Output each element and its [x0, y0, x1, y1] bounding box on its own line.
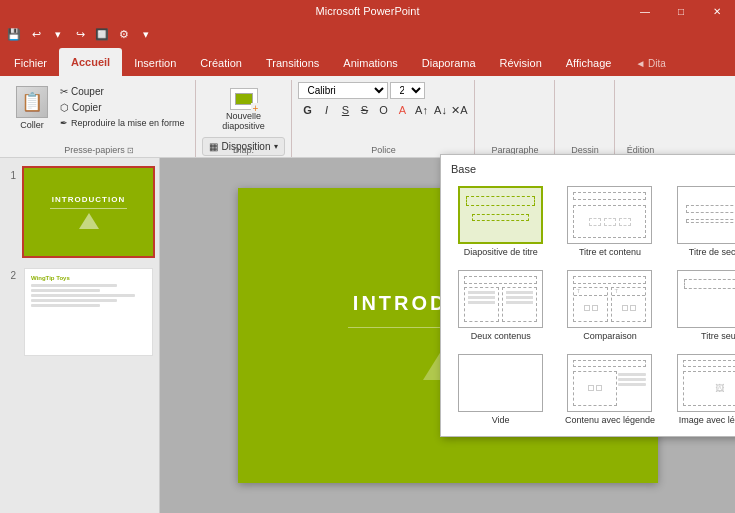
painter-icon: ✒: [60, 118, 68, 128]
redo-button[interactable]: ↪: [70, 24, 90, 44]
undo-button[interactable]: ↩: [26, 24, 46, 44]
tab-transitions[interactable]: Transitions: [254, 50, 331, 76]
header-element: [573, 192, 646, 200]
ribbon-group-edition: Édition: [615, 80, 665, 157]
tab-diaporama[interactable]: Diaporama: [410, 50, 488, 76]
slide2-company: WingTip Toys: [31, 275, 146, 281]
layout-item-titre-contenu[interactable]: Titre et contenu: [558, 183, 661, 261]
minimize-button[interactable]: —: [627, 0, 663, 22]
layout-name-titre-contenu: Titre et contenu: [579, 247, 641, 258]
ribbon-tabs: Fichier Accueil Insertion Création Trans…: [0, 46, 735, 76]
layout-item-image-legende[interactable]: abc 🖼 Image avec légende: [668, 351, 735, 429]
layout-thumb-titre-seul: [677, 270, 735, 328]
layout-thumb-titre-section: [677, 186, 735, 244]
tab-animations[interactable]: Animations: [331, 50, 409, 76]
layout-item-comparaison[interactable]: T T: [558, 267, 661, 345]
qa-dropdown[interactable]: ▾: [136, 24, 156, 44]
font-family-select[interactable]: Calibri: [298, 82, 388, 99]
window-controls: — □ ✕: [627, 0, 735, 22]
slide2-line-4: [31, 299, 117, 302]
subtitle-bar-element: [472, 214, 529, 221]
slide2-line-1: [31, 284, 117, 287]
app-title: Microsoft PowerPoint: [316, 5, 420, 17]
layout-name-titre: Diapositive de titre: [464, 247, 538, 258]
layout-item-titre-section[interactable]: Titre de section: [668, 183, 735, 261]
slide1-title: INTRODUCTION: [52, 195, 125, 204]
tab-fichier[interactable]: Fichier: [2, 50, 59, 76]
cut-button[interactable]: ✂ Couper: [56, 84, 189, 99]
new-slide-icon: [230, 88, 258, 110]
cut-label: Couper: [71, 86, 104, 97]
layout-item-contenu-legende[interactable]: Contenu avec légende: [558, 351, 661, 429]
header-element-2: [464, 276, 537, 284]
layout-item-deux-contenus[interactable]: Deux contenus: [449, 267, 552, 345]
layout-dropdown[interactable]: Base Diapositive de titre: [440, 154, 735, 437]
layout-item-titre-seul[interactable]: Titre seul: [668, 267, 735, 345]
content-element: [573, 205, 646, 238]
app-area: 1 INTRODUCTION 2 WingTip Toys: [0, 158, 735, 513]
paste-icon: 📋: [16, 86, 48, 118]
strikethrough-button[interactable]: S: [355, 101, 373, 119]
layout-thumb-comparaison: T T: [567, 270, 652, 328]
qa-tool2[interactable]: ⚙: [114, 24, 134, 44]
increase-font-button[interactable]: A↑: [412, 101, 430, 119]
diapositive-buttons: Nouvellediapositive ▦ Disposition ▾: [202, 82, 286, 170]
layout-thumb-titre-contenu: [567, 186, 652, 244]
copy-label: Copier: [72, 102, 101, 113]
slide-number-1: 1: [4, 166, 16, 181]
clear-format-button[interactable]: ✕A: [450, 101, 468, 119]
slide2-lines: [31, 284, 146, 307]
font-selectors: Calibri 24: [298, 82, 468, 99]
decrease-font-button[interactable]: A↓: [431, 101, 449, 119]
slide2-line-3: [31, 294, 135, 297]
copy-icon: ⬡: [60, 102, 69, 113]
font-color-button[interactable]: A: [393, 101, 411, 119]
undo-dropdown[interactable]: ▾: [48, 24, 68, 44]
tab-creation[interactable]: Création: [188, 50, 254, 76]
bold-button[interactable]: G: [298, 101, 316, 119]
layout-item-titre[interactable]: Diapositive de titre: [449, 183, 552, 261]
layout-item-vide[interactable]: Vide: [449, 351, 552, 429]
layout-name-image-legende: Image avec légende: [679, 415, 735, 426]
presse-papiers-label: Presse-papiers ⊡: [4, 145, 195, 155]
tab-dita[interactable]: ◄ Dita: [623, 50, 677, 76]
layout-name-vide: Vide: [492, 415, 510, 426]
section-line-element: [686, 219, 735, 223]
underline-button[interactable]: S: [336, 101, 354, 119]
tab-accueil[interactable]: Accueil: [59, 48, 122, 76]
font-format-buttons: G I S S O A A↑ A↓ ✕A: [298, 101, 468, 119]
slide-preview-2[interactable]: WingTip Toys: [22, 266, 155, 358]
maximize-button[interactable]: □: [663, 0, 699, 22]
copy-button[interactable]: ⬡ Copier: [56, 100, 189, 115]
new-slide-label: Nouvellediapositive: [222, 111, 265, 131]
qa-tool1[interactable]: 🔲: [92, 24, 112, 44]
ribbon-group-diapositive: Nouvellediapositive ▦ Disposition ▾ Diap…: [196, 80, 293, 157]
slides-panel: 1 INTRODUCTION 2 WingTip Toys: [0, 158, 160, 513]
ribbon-group-police: Calibri 24 G I S S O A A↑ A↓ ✕A Police: [292, 80, 475, 157]
close-button[interactable]: ✕: [699, 0, 735, 22]
clipboard-small-buttons: ✂ Couper ⬡ Copier ✒ Reproduire la mise e…: [56, 82, 189, 130]
format-painter-button[interactable]: ✒ Reproduire la mise en forme: [56, 116, 189, 130]
tab-affichage[interactable]: Affichage: [554, 50, 624, 76]
layout-name-deux-contenus: Deux contenus: [471, 331, 531, 342]
italic-button[interactable]: I: [317, 101, 335, 119]
layout-thumb-deux-contenus: [458, 270, 543, 328]
slide2-line-5: [31, 304, 100, 307]
layout-name-contenu-legende: Contenu avec légende: [565, 415, 655, 426]
new-slide-button[interactable]: Nouvellediapositive: [202, 86, 286, 133]
slide-preview-1[interactable]: INTRODUCTION: [22, 166, 155, 258]
layout-thumb-image-legende: abc 🖼: [677, 354, 735, 412]
tab-revision[interactable]: Révision: [488, 50, 554, 76]
slide1-content: INTRODUCTION: [24, 168, 153, 256]
main-slide-area: INTRODUCTION Base Diapositive de titre: [160, 158, 735, 513]
paste-button[interactable]: 📋 Coller: [10, 82, 54, 134]
save-button[interactable]: 💾: [4, 24, 24, 44]
layout-name-comparaison: Comparaison: [583, 331, 637, 342]
layout-thumb-contenu-legende: [567, 354, 652, 412]
font-size-select[interactable]: 24: [390, 82, 425, 99]
slide1-triangle: [79, 213, 99, 229]
dropdown-section-label: Base: [447, 161, 735, 181]
right-col-element: [502, 287, 537, 322]
tab-insertion[interactable]: Insertion: [122, 50, 188, 76]
shadow-button[interactable]: O: [374, 101, 392, 119]
